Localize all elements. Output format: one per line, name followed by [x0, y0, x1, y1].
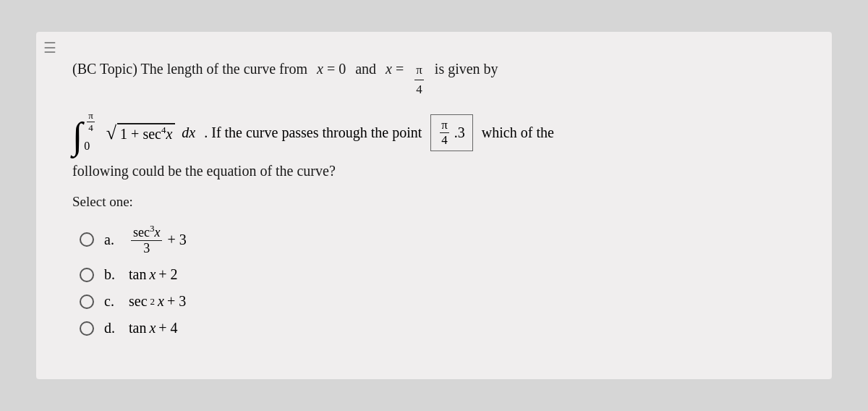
point-pi-numer: π: [440, 118, 449, 133]
sec3x-over-3: sec3x 3: [131, 223, 162, 256]
math-b: tanx + 2: [129, 266, 178, 283]
and-text: and: [355, 58, 376, 80]
question-card: ☰ (BC Topic) The length of the curve fro…: [36, 32, 832, 379]
label-b: b.: [104, 266, 119, 283]
label-c: c.: [104, 293, 119, 310]
option-c: c. sec2x + 3: [80, 293, 796, 310]
pi-numerator: π: [414, 61, 424, 80]
corner-icon: ☰: [43, 39, 56, 56]
upper-limit: π 4: [85, 110, 96, 134]
is-given-by: is given by: [435, 58, 498, 80]
integral-limits: π 4 0: [84, 110, 96, 153]
radio-c[interactable]: [80, 295, 94, 309]
integral-symbol: ∫: [72, 117, 82, 155]
option-a: a. sec3x 3 + 3: [80, 223, 796, 256]
math-a: sec3x 3 + 3: [129, 223, 187, 256]
pi-denominator: 4: [414, 80, 424, 99]
select-one-label: Select one:: [72, 194, 796, 210]
option-d: d. tanx + 4: [80, 320, 796, 336]
sqrt-sign: √: [106, 122, 116, 144]
integrand-sqrt: √ 1 + sec4x: [106, 122, 176, 144]
pi-over-4-fraction: π 4: [414, 61, 424, 98]
option-b: b. tanx + 2: [80, 266, 796, 283]
sec3x-numer: sec3x: [131, 223, 162, 241]
lower-limit: 0: [84, 140, 96, 153]
following-text: following could be the equation of the c…: [72, 163, 796, 179]
sec3x-denom: 3: [141, 241, 152, 256]
radio-b[interactable]: [80, 268, 94, 282]
point-pi-fraction: π 4: [440, 118, 449, 148]
options-list: a. sec3x 3 + 3 b. tanx + 2 c. sec2x + 3 …: [80, 223, 796, 336]
condition2: x =: [386, 58, 404, 80]
sqrt-content: 1 + sec4x: [117, 123, 175, 143]
plus-3-a: + 3: [167, 232, 186, 248]
radio-d[interactable]: [80, 321, 94, 336]
if-text: . If the curve passes through the point: [204, 124, 422, 141]
question-prefix: (BC Topic) The length of the curve from: [72, 58, 307, 80]
integral-section: ∫ π 4 0 √ 1 + sec4x dx . If the curve pa…: [72, 111, 796, 154]
question-header: (BC Topic) The length of the curve from …: [72, 58, 796, 98]
label-d: d.: [104, 320, 119, 336]
point-box: π 4 .3: [430, 114, 473, 151]
condition1: x = 0: [317, 58, 346, 80]
which-of-the: which of the: [482, 124, 554, 141]
point-pi-denom: 4: [440, 133, 449, 148]
dx: dx: [182, 124, 195, 141]
radio-a[interactable]: [80, 232, 94, 247]
math-d: tanx + 4: [129, 320, 178, 336]
math-c: sec2x + 3: [129, 293, 186, 310]
label-a: a.: [104, 232, 119, 248]
